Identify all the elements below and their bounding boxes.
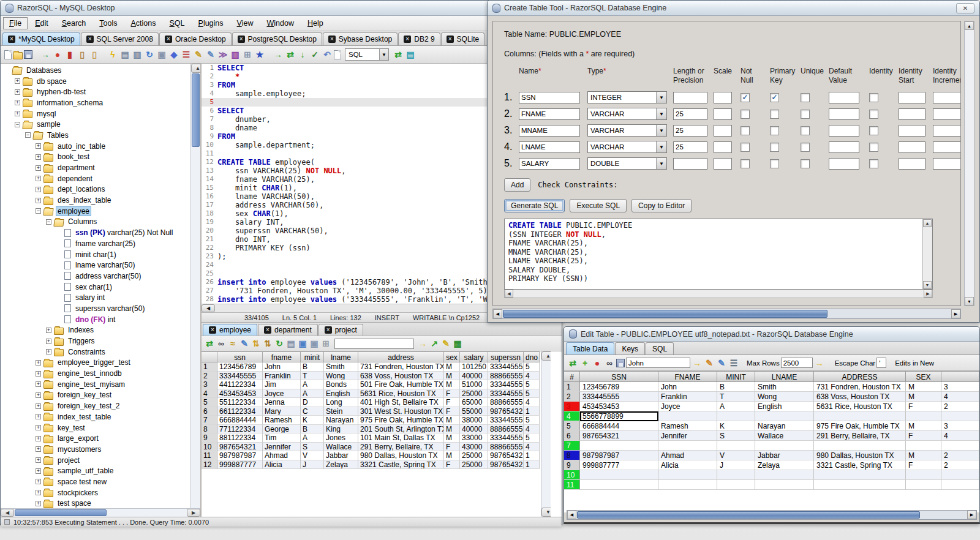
cell[interactable]: 3 bbox=[941, 382, 979, 392]
default-value-input[interactable] bbox=[829, 108, 859, 120]
cell[interactable]: Alicia bbox=[658, 460, 717, 470]
add-row-icon[interactable]: + bbox=[579, 358, 590, 369]
column-header-salary[interactable]: salary bbox=[460, 351, 488, 362]
cell[interactable]: J bbox=[301, 460, 324, 470]
max-rows-input[interactable] bbox=[781, 358, 813, 368]
cell[interactable]: 101 Main St, Dallas TX bbox=[358, 433, 444, 443]
tree-item-index-test-table[interactable]: +index_test_table bbox=[2, 411, 190, 422]
expand-plus-icon[interactable]: + bbox=[36, 479, 41, 484]
cell[interactable] bbox=[658, 411, 717, 421]
cell[interactable]: 4 bbox=[524, 372, 540, 381]
expand-plus-icon[interactable]: + bbox=[36, 501, 41, 506]
diamond-icon[interactable]: ◆ bbox=[168, 49, 179, 60]
cell[interactable]: 333445555 bbox=[488, 380, 524, 389]
menu-actions[interactable]: Actions bbox=[125, 17, 162, 29]
editor-icon[interactable] bbox=[334, 50, 341, 59]
cell[interactable]: 999887777 bbox=[580, 460, 658, 470]
scrollbar-thumb[interactable] bbox=[577, 511, 920, 519]
close-tab-icon[interactable]: × bbox=[328, 36, 336, 43]
cell[interactable]: S bbox=[301, 443, 324, 452]
results-tab-department[interactable]: ×department bbox=[258, 324, 318, 336]
table-row[interactable]: 1123456789JohnBSmith731 Fondren, Houston… bbox=[564, 382, 979, 392]
cell[interactable] bbox=[941, 411, 979, 421]
cell[interactable]: A bbox=[301, 433, 324, 443]
cell[interactable]: 666884444 bbox=[217, 416, 263, 425]
selected-cell[interactable]: 5566778899 bbox=[580, 411, 658, 421]
cell[interactable]: 5 bbox=[524, 389, 540, 399]
copy-to-editor-button[interactable]: Copy to Editor bbox=[631, 199, 692, 212]
folder-icon[interactable] bbox=[43, 360, 53, 367]
expand-plus-icon[interactable]: + bbox=[36, 154, 41, 160]
close-tab-icon[interactable]: × bbox=[404, 36, 411, 43]
cell[interactable]: 1 bbox=[524, 460, 540, 470]
table-row[interactable]: 10987654321JenniferSWallace291 Berry, Be… bbox=[202, 443, 541, 452]
tree-item-databases[interactable]: Databases bbox=[2, 65, 190, 76]
not-null-checkbox[interactable] bbox=[741, 159, 750, 168]
table-row[interactable]: 11987987987AhmadVJabbar980 Dallas, Houst… bbox=[202, 451, 541, 460]
identity-start-input[interactable] bbox=[899, 92, 925, 103]
expand-plus-icon[interactable]: + bbox=[36, 198, 41, 203]
cell[interactable]: 771122334 bbox=[217, 425, 263, 434]
edit-horizontal-scrollbar[interactable]: ◀ ▶ bbox=[567, 510, 977, 520]
cell[interactable]: Wong bbox=[324, 372, 358, 381]
length-precision-input[interactable] bbox=[673, 92, 707, 103]
image-icon[interactable]: ▣ bbox=[297, 338, 308, 349]
cell[interactable]: B bbox=[717, 382, 755, 392]
cell[interactable]: John bbox=[263, 362, 301, 372]
cell[interactable] bbox=[658, 480, 717, 490]
expand-plus-icon[interactable]: + bbox=[36, 176, 41, 181]
expand-plus-icon[interactable]: + bbox=[36, 187, 41, 192]
expand-plus-icon[interactable]: + bbox=[46, 328, 51, 333]
cell[interactable]: A bbox=[301, 389, 324, 399]
edit-export-icon[interactable]: ✎ bbox=[440, 338, 451, 349]
cell[interactable]: 2 bbox=[941, 451, 979, 460]
tree-horizontal-scrollbar[interactable]: ◀ ▶ bbox=[1, 508, 200, 517]
tree-item-minit-char-1-[interactable]: minit char(1) bbox=[2, 249, 190, 260]
expand-plus-icon[interactable]: + bbox=[36, 446, 41, 452]
open-folder-icon[interactable] bbox=[22, 122, 32, 129]
table-row[interactable]: 3441122334JimABonds501 Fire Oak, Humble … bbox=[202, 380, 541, 389]
tree-item-engine-test-myisam[interactable]: +engine_test_myisam bbox=[2, 379, 190, 390]
cell[interactable]: 638 Voss, Houston TX bbox=[358, 372, 444, 381]
cell[interactable] bbox=[580, 470, 658, 480]
cell[interactable]: English bbox=[755, 402, 814, 411]
not-null-checkbox[interactable] bbox=[741, 143, 750, 152]
grid-icon[interactable]: ⊞ bbox=[320, 338, 331, 349]
tree-item-test-space[interactable]: +test space bbox=[2, 498, 190, 509]
cell[interactable] bbox=[906, 480, 941, 490]
commit-icon[interactable]: ▮ bbox=[64, 49, 75, 60]
cell[interactable]: M bbox=[444, 425, 460, 434]
cell[interactable]: Ramesh bbox=[658, 421, 717, 431]
cell[interactable]: 3321 Castle, Spring TX bbox=[358, 460, 444, 470]
table-row[interactable]: 7666884444RameshKNarayan975 Fire Oak, Hu… bbox=[202, 416, 541, 425]
identity-checkbox[interactable] bbox=[869, 159, 878, 168]
folder-icon[interactable] bbox=[43, 187, 53, 194]
scroll-up-icon[interactable]: ▲ bbox=[923, 219, 932, 227]
scroll-left-icon[interactable]: ◀ bbox=[493, 309, 502, 318]
edit-row-icon[interactable]: ✎ bbox=[716, 358, 727, 369]
cell[interactable]: Bonds bbox=[324, 380, 358, 389]
column-header-address[interactable]: address bbox=[358, 351, 444, 362]
generate-sql-button[interactable]: Generate SQL bbox=[504, 199, 565, 212]
tree-item-employee-trigger-test[interactable]: +employee_trigger_test bbox=[2, 358, 190, 369]
length-precision-input[interactable] bbox=[673, 108, 707, 120]
row-marker-green[interactable]: 7 bbox=[564, 441, 580, 451]
cell[interactable]: 201 South St, Arlington TX bbox=[358, 425, 444, 434]
identity-checkbox[interactable] bbox=[869, 126, 878, 135]
identity-start-input[interactable] bbox=[899, 108, 925, 120]
cell[interactable]: Jennifer bbox=[658, 431, 717, 441]
connect-icon[interactable]: → bbox=[40, 49, 51, 60]
row-marker-red[interactable]: 3 bbox=[564, 402, 580, 411]
folder-icon[interactable] bbox=[43, 143, 53, 151]
dialog-vertical-scrollbar[interactable]: ▲ ▼ bbox=[964, 21, 974, 306]
reload-icon[interactable]: ↻ bbox=[274, 338, 285, 349]
identity-increment-input[interactable] bbox=[933, 158, 961, 170]
cell[interactable]: 25000 bbox=[460, 389, 488, 399]
column-name-input[interactable] bbox=[519, 92, 580, 103]
cell[interactable]: 291 Berry, Bellaire, TX bbox=[358, 443, 444, 452]
cell[interactable]: 40000 bbox=[460, 372, 488, 381]
column-header-#[interactable]: # bbox=[564, 371, 580, 382]
tree-item-sample[interactable]: −sample bbox=[2, 119, 190, 130]
column-header-superssn[interactable]: superssn bbox=[488, 351, 524, 362]
stop-icon[interactable]: ↓ bbox=[297, 49, 308, 60]
